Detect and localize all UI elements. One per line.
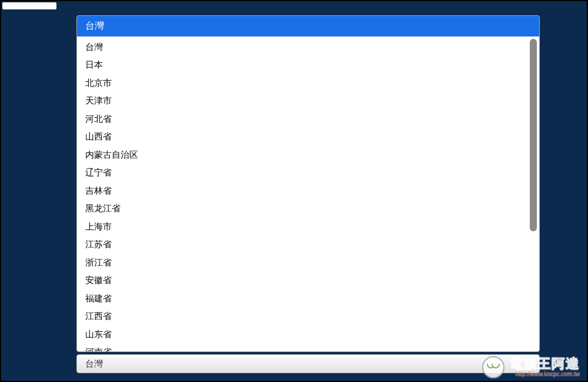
- dropdown-option[interactable]: 山东省: [77, 325, 530, 343]
- dropdown-scrollthumb[interactable]: [530, 39, 537, 231]
- dropdown-option-list: 台灣日本北京市天津市河北省山西省内蒙古自治区辽宁省吉林省黑龙江省上海市江苏省浙江…: [77, 36, 530, 351]
- region-select-value: 台灣: [85, 358, 103, 370]
- dropdown-option[interactable]: 河南省: [77, 343, 530, 352]
- dropdown-option[interactable]: 天津市: [77, 92, 530, 110]
- dropdown-option[interactable]: 内蒙古自治区: [77, 145, 530, 164]
- dropdown-option[interactable]: 北京市: [77, 74, 530, 92]
- dropdown-option[interactable]: 福建省: [77, 289, 530, 307]
- dropdown-option[interactable]: 安徽省: [77, 271, 530, 290]
- dropdown-option[interactable]: 河北省: [77, 109, 530, 128]
- dropdown-option[interactable]: 山西省: [77, 128, 530, 146]
- dropdown-option[interactable]: 上海市: [77, 217, 530, 235]
- dropdown-list-wrap: 台灣日本北京市天津市河北省山西省内蒙古自治区辽宁省吉林省黑龙江省上海市江苏省浙江…: [77, 36, 539, 351]
- dropdown-option[interactable]: 台灣: [77, 38, 530, 56]
- region-dropdown-panel: 台灣 台灣日本北京市天津市河北省山西省内蒙古自治区辽宁省吉林省黑龙江省上海市江苏…: [76, 15, 540, 352]
- dropdown-option[interactable]: 吉林省: [77, 181, 530, 200]
- dropdown-selected-header[interactable]: 台灣: [77, 16, 539, 36]
- dropdown-option[interactable]: 日本: [77, 56, 530, 74]
- window-title-stub: [2, 2, 56, 9]
- dropdown-scrollbar[interactable]: [530, 39, 537, 349]
- dropdown-option[interactable]: 江西省: [77, 307, 530, 325]
- dropdown-option[interactable]: 浙江省: [77, 253, 530, 271]
- dropdown-option[interactable]: 辽宁省: [77, 164, 530, 182]
- dropdown-option[interactable]: 江苏省: [77, 235, 530, 254]
- dropdown-option[interactable]: 黑龙江省: [77, 200, 530, 218]
- region-select-closed[interactable]: 台灣: [76, 354, 540, 373]
